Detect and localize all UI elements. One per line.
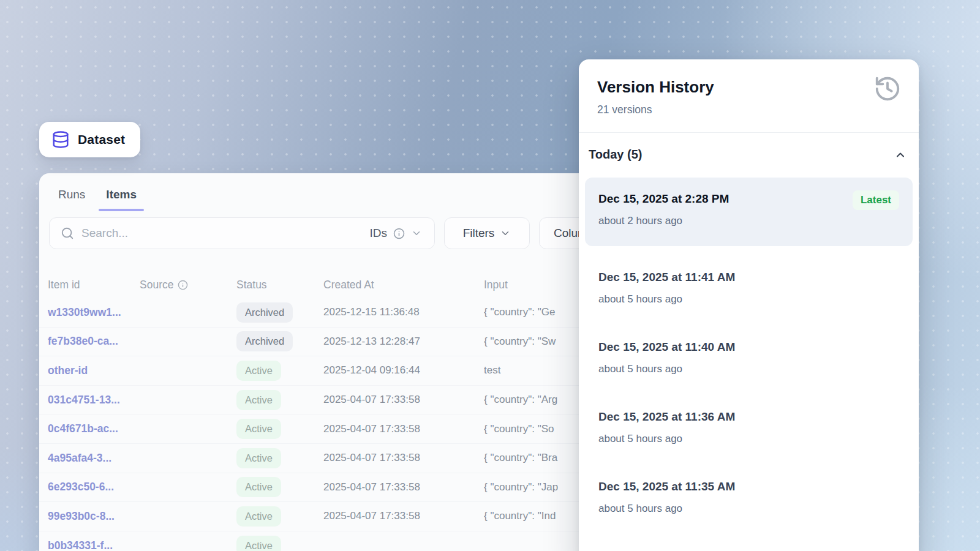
item-id-link[interactable]: 0c4f671b-ac...	[48, 422, 140, 435]
item-id-link[interactable]: other-id	[48, 364, 140, 377]
tab-runs-label: Runs	[58, 188, 85, 201]
status-badge: Active	[236, 361, 281, 381]
item-id-link[interactable]: 031c4751-13...	[48, 394, 140, 407]
item-id-link[interactable]: 6e293c50-6...	[48, 481, 140, 493]
version-entry-subtitle: about 2 hours ago	[598, 215, 899, 227]
header-source: Source	[140, 279, 236, 291]
status-cell: Active	[236, 390, 323, 410]
item-id-link[interactable]: 4a95afa4-3...	[48, 452, 140, 465]
info-icon	[393, 228, 405, 239]
status-badge: Archived	[236, 302, 293, 323]
status-cell: Active	[236, 477, 323, 497]
chevron-down-icon	[411, 228, 422, 239]
status-cell: Active	[236, 506, 323, 527]
item-id-link[interactable]: fe7b38e0-ca...	[48, 335, 140, 348]
database-icon	[51, 130, 70, 149]
version-list: Dec 15, 2025 at 2:28 PM about 2 hours ag…	[579, 162, 919, 534]
created-at-cell: 2025-12-13 12:28:47	[323, 335, 484, 348]
version-group-label: Today (5)	[589, 148, 642, 162]
version-group-today[interactable]: Today (5)	[579, 133, 919, 162]
status-badge: Active	[236, 448, 281, 468]
version-entry-subtitle: about 5 hours ago	[598, 363, 899, 375]
chevron-up-icon	[894, 149, 907, 161]
version-entry-title: Dec 15, 2025 at 11:40 AM	[598, 340, 899, 354]
chevron-down-icon	[500, 228, 511, 239]
created-at-cell: 2025-12-15 11:36:48	[323, 306, 484, 318]
item-id-link[interactable]: w1330t9ww1...	[48, 306, 140, 319]
status-badge: Active	[236, 506, 281, 527]
ids-dropdown[interactable]: IDs	[370, 227, 423, 240]
created-at-cell: 2025-04-07 17:33:58	[323, 452, 484, 464]
header-created-at: Created At	[323, 279, 484, 291]
search-input[interactable]	[74, 227, 370, 240]
version-entry[interactable]: Dec 15, 2025 at 11:40 AM about 5 hours a…	[585, 324, 913, 394]
version-history-title: Version History	[597, 78, 900, 97]
version-entry[interactable]: Dec 15, 2025 at 2:28 PM about 2 hours ag…	[585, 178, 913, 246]
status-cell: Archived	[236, 331, 323, 351]
status-badge: Active	[236, 477, 281, 497]
version-history-header: Version History 21 versions	[579, 59, 919, 116]
items-toolbar: IDs Filters Columns	[49, 217, 631, 249]
created-at-cell: 2025-04-07 17:33:58	[323, 394, 484, 406]
version-count: 21 versions	[597, 103, 900, 116]
header-status: Status	[236, 279, 323, 291]
tab-items-label: Items	[106, 188, 137, 201]
status-cell: Active	[236, 448, 323, 468]
header-source-label: Source	[140, 279, 173, 291]
latest-badge: Latest	[853, 190, 899, 210]
ids-dropdown-label: IDs	[370, 227, 388, 240]
created-at-cell: 2025-04-07 17:33:58	[323, 481, 484, 493]
version-entry-subtitle: about 5 hours ago	[598, 503, 899, 515]
status-badge: Active	[236, 419, 281, 439]
dataset-chip[interactable]: Dataset	[39, 122, 140, 157]
item-id-link[interactable]: 99e93b0c-8...	[48, 510, 140, 523]
version-entry[interactable]: Dec 15, 2025 at 11:35 AM about 5 hours a…	[585, 464, 913, 534]
version-entry-subtitle: about 5 hours ago	[598, 293, 899, 305]
active-tab-underline	[99, 209, 144, 211]
header-item-id: Item id	[48, 279, 140, 291]
status-cell: Active	[236, 419, 323, 439]
status-badge: Archived	[236, 331, 293, 351]
filters-button[interactable]: Filters	[444, 217, 530, 249]
created-at-cell: 2025-04-07 17:33:58	[323, 423, 484, 435]
status-badge: Active	[236, 536, 281, 551]
item-id-link[interactable]: b0b34331-f...	[48, 539, 140, 551]
status-cell: Archived	[236, 302, 323, 323]
search-icon	[61, 227, 74, 240]
history-icon	[873, 75, 902, 103]
version-entry-title: Dec 15, 2025 at 11:35 AM	[598, 480, 899, 493]
version-history-panel: Version History 21 versions Today (5) De…	[579, 59, 919, 551]
created-at-cell: 2025-04-07 17:33:58	[323, 510, 484, 522]
info-icon	[178, 280, 188, 290]
version-entry-title: Dec 15, 2025 at 11:41 AM	[598, 271, 899, 284]
version-entry-subtitle: about 5 hours ago	[598, 433, 899, 445]
version-entry[interactable]: Dec 15, 2025 at 11:41 AM about 5 hours a…	[585, 255, 913, 324]
tab-items[interactable]: Items	[105, 183, 138, 211]
dataset-chip-label: Dataset	[78, 132, 125, 147]
status-badge: Active	[236, 390, 281, 410]
status-cell: Active	[236, 536, 323, 551]
version-entry-title: Dec 15, 2025 at 11:36 AM	[598, 410, 899, 424]
tab-runs[interactable]: Runs	[57, 183, 86, 211]
filters-button-label: Filters	[463, 227, 495, 240]
search-box[interactable]: IDs	[49, 217, 435, 249]
version-entry[interactable]: Dec 15, 2025 at 11:36 AM about 5 hours a…	[585, 394, 913, 464]
created-at-cell: 2025-12-04 09:16:44	[323, 364, 484, 377]
status-cell: Active	[236, 361, 323, 381]
